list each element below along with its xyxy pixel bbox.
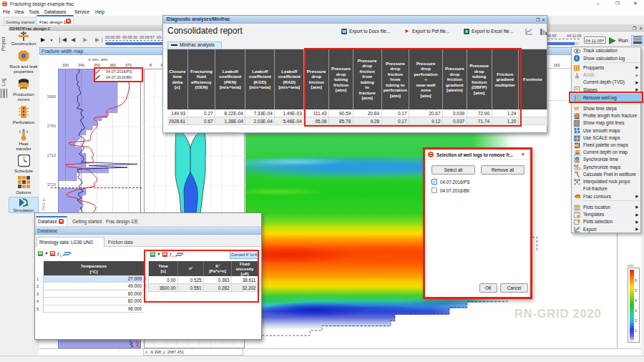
svg-text:x,y: x,y [574,164,579,167]
svg-text:x: x [60,253,62,258]
